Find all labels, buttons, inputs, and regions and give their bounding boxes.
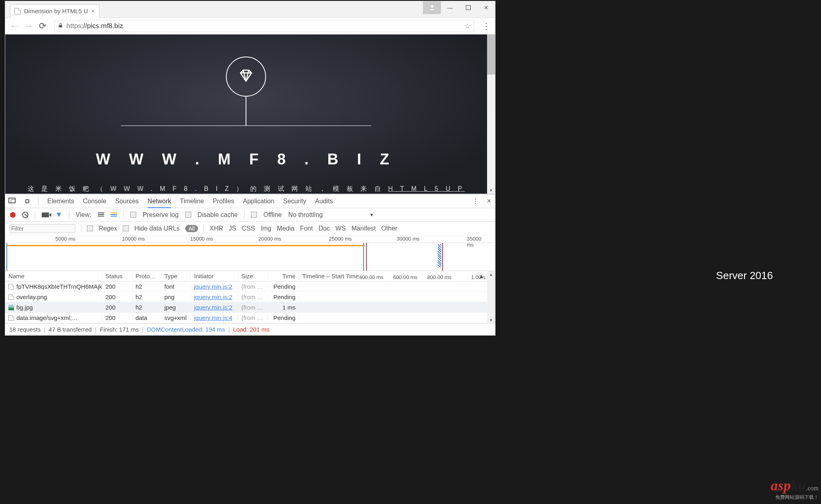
url-text: https://pics.mf8.biz [67, 22, 123, 30]
address-bar[interactable]: https://pics.mf8.biz ☆ [54, 20, 474, 32]
window-maximize-button[interactable] [459, 1, 477, 14]
col-type[interactable]: Type [161, 273, 191, 279]
request-name: fpTVHK8qsXbIeTHTrnQH6MAjkyie… [16, 283, 102, 290]
request-time: Pending [268, 283, 299, 290]
col-timeline[interactable]: Timeline – Start Time 400.00 ms 600.00 m… [299, 273, 487, 279]
doc-icon [8, 294, 14, 300]
overview-chart[interactable] [5, 243, 495, 271]
request-size: (from me… [238, 314, 268, 321]
tab-network[interactable]: Network [148, 198, 171, 208]
scroll-down-icon[interactable]: ▼ [487, 317, 495, 323]
back-button[interactable]: ← [10, 21, 19, 31]
col-status[interactable]: Status [102, 273, 132, 279]
scroll-down-icon[interactable]: ▼ [487, 186, 495, 194]
browser-window: Dimension by HTML5 U × — × ← → ⟳ https: [5, 1, 495, 336]
request-name: bg.jpg [16, 304, 33, 311]
request-size: (from me… [238, 283, 268, 290]
request-status: 200 [102, 314, 132, 321]
lock-icon [58, 22, 63, 30]
disable-cache-checkbox[interactable] [185, 212, 191, 218]
request-protocol: data [132, 314, 161, 321]
scroll-thumb[interactable] [487, 34, 495, 75]
col-size[interactable]: Size [238, 273, 268, 279]
tab-application[interactable]: Application [243, 198, 274, 205]
filter-ws[interactable]: WS [336, 225, 346, 232]
record-button[interactable] [10, 212, 16, 218]
regex-checkbox[interactable] [87, 225, 93, 231]
filter-xhr[interactable]: XHR [210, 225, 223, 232]
table-scrollbar[interactable]: ▲ ▼ [487, 271, 495, 323]
request-initiator[interactable]: jquery.min.js:2 [191, 293, 238, 300]
filter-img[interactable]: Img [261, 225, 271, 232]
devtools-menu-button[interactable]: ⋮ [472, 197, 479, 205]
view-label: View: [76, 211, 91, 219]
tab-profiles[interactable]: Profiles [213, 198, 234, 205]
tab-sources[interactable]: Sources [115, 198, 139, 205]
desktop-os-label: Server 2016 [716, 269, 773, 282]
request-time: Pending [268, 314, 299, 321]
inspect-element-button[interactable] [8, 198, 16, 205]
preserve-log-checkbox[interactable] [130, 212, 136, 218]
col-time[interactable]: Time [268, 273, 299, 279]
hide-data-urls-checkbox[interactable] [123, 225, 129, 231]
request-time: Pending [268, 293, 299, 300]
filter-toggle-button[interactable]: ▼ [55, 211, 63, 219]
request-type: svg+xml [161, 314, 191, 321]
browser-menu-button[interactable]: ⋮ [482, 21, 490, 31]
devtools-close-button[interactable]: × [487, 197, 491, 205]
filter-all[interactable]: All [185, 225, 198, 232]
diamond-logo [226, 57, 266, 97]
tab-timeline[interactable]: Timeline [180, 198, 204, 205]
tab-console[interactable]: Console [83, 198, 107, 205]
filter-manifest[interactable]: Manifest [352, 225, 376, 232]
tab-title: Dimension by HTML5 U [24, 8, 88, 14]
screenshots-button[interactable] [42, 213, 49, 217]
window-close-button[interactable]: × [477, 1, 495, 14]
request-initiator[interactable]: jquery.min.js:2 [191, 304, 238, 311]
throttling-select[interactable]: No throttling [288, 211, 323, 219]
filter-js[interactable]: JS [229, 225, 237, 232]
devtools-panel: Elements Console Sources Network Timelin… [5, 194, 495, 335]
bookmark-star-icon[interactable]: ☆ [464, 22, 471, 30]
filter-media[interactable]: Media [277, 225, 295, 232]
filter-other[interactable]: Other [381, 225, 397, 232]
table-row[interactable]: overlay.png200h2pngjquery.min.js:2(from … [5, 292, 487, 302]
view-large-rows[interactable] [98, 213, 104, 217]
filter-css[interactable]: CSS [242, 225, 255, 232]
col-initiator[interactable]: Initiator [191, 273, 238, 279]
tab-audits[interactable]: Audits [315, 198, 333, 205]
table-row[interactable]: data:image/svg+xml;…200datasvg+xmljquery… [5, 313, 487, 323]
request-status: 200 [102, 293, 132, 300]
filter-font[interactable]: Font [300, 225, 313, 232]
doc-icon [8, 315, 14, 321]
forward-button[interactable]: → [24, 21, 33, 31]
table-row[interactable]: bg.jpg200h2jpegjquery.min.js:2(from me…1… [5, 302, 487, 313]
file-icon [14, 8, 21, 14]
filter-doc[interactable]: Doc [318, 225, 330, 232]
close-tab-icon[interactable]: × [91, 8, 95, 15]
page-scrollbar[interactable]: ▲ ▼ [487, 34, 495, 194]
request-name: data:image/svg+xml;… [16, 314, 78, 321]
clear-button[interactable] [22, 212, 28, 218]
tab-elements[interactable]: Elements [47, 198, 74, 205]
chrome-user-icon[interactable] [423, 1, 441, 14]
window-minimize-button[interactable]: — [441, 1, 459, 14]
request-type: jpeg [161, 304, 191, 311]
doc-icon [8, 284, 14, 289]
browser-tab[interactable]: Dimension by HTML5 U × [10, 4, 99, 18]
offline-checkbox[interactable] [251, 212, 257, 218]
watermark: aspku.com 免费网站源码下载！ [770, 477, 819, 501]
throttling-dropdown-icon[interactable]: ▼ [369, 212, 374, 218]
device-toggle-button[interactable] [25, 199, 29, 203]
filter-input[interactable] [9, 224, 75, 233]
tab-security[interactable]: Security [283, 198, 306, 205]
reload-button[interactable]: ⟳ [39, 21, 46, 31]
request-initiator[interactable]: jquery.min.js:4 [191, 314, 238, 321]
table-row[interactable]: fpTVHK8qsXbIeTHTrnQH6MAjkyie…200h2fontjq… [5, 281, 487, 292]
hero-title: W W W . M F 8 . B I Z [96, 151, 396, 168]
col-name[interactable]: Name [5, 273, 102, 279]
scroll-up-icon[interactable]: ▲ [487, 271, 495, 277]
col-protocol[interactable]: Protocol [132, 273, 161, 279]
request-initiator[interactable]: jquery.min.js:2 [191, 283, 238, 290]
view-overview[interactable] [111, 213, 117, 217]
